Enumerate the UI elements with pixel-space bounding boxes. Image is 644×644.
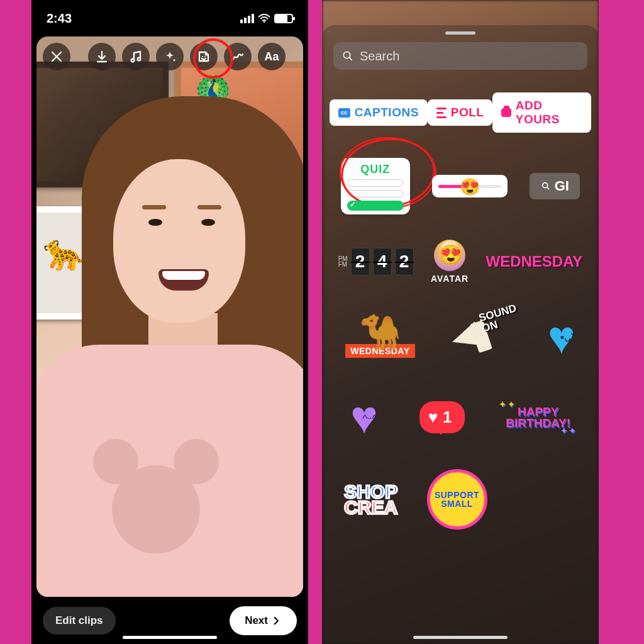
sheet-grabber[interactable] — [445, 31, 475, 35]
blue-heart-sticker[interactable]: ♥•ᴗ˘ — [548, 311, 575, 364]
svg-point-5 — [343, 52, 350, 58]
add-yours-label: ADD YOURS — [516, 99, 582, 126]
status-right — [240, 14, 293, 23]
search-placeholder: Search — [360, 49, 399, 64]
editor-toolbar: Aa — [43, 43, 297, 70]
svg-point-3 — [202, 56, 203, 57]
gif-search-sticker[interactable]: GI — [530, 173, 580, 199]
poll-label: POLL — [451, 106, 484, 119]
svg-point-4 — [204, 56, 206, 57]
next-button[interactable]: Next — [230, 606, 297, 635]
next-label: Next — [245, 614, 268, 627]
draw-button[interactable] — [224, 43, 252, 70]
avatar-label: AVATAR — [431, 274, 469, 284]
like-count-sticker[interactable]: ♥ 1 — [419, 401, 465, 433]
quiz-label: QUIZ — [347, 163, 404, 176]
purple-heart-sticker[interactable]: ♥^ᵕ^ — [350, 391, 378, 444]
wink-face-icon: •ᴗ˘ — [560, 331, 575, 345]
download-button[interactable] — [88, 43, 116, 70]
poll-icon — [436, 108, 447, 118]
svg-point-0 — [264, 21, 265, 23]
heart-eyes-icon: 😍 — [460, 177, 480, 197]
clock-digit: 2 — [395, 248, 414, 275]
effects-button[interactable] — [156, 43, 184, 70]
music-button[interactable] — [122, 43, 150, 70]
support-small-sticker[interactable]: SUPPORTSMALL — [427, 469, 487, 530]
poll-sticker[interactable]: POLL — [428, 99, 493, 126]
ampm-label: PMFM — [338, 256, 348, 267]
svg-point-6 — [542, 183, 547, 188]
add-yours-sticker[interactable]: ADD YOURS — [492, 92, 591, 133]
humpday-sticker[interactable]: 🐪 WEDNESDAY — [345, 316, 414, 358]
story-preview: 🦚 🐆 Aa — [36, 36, 303, 597]
shop-sticker[interactable]: SHOPCREA — [344, 484, 397, 515]
captions-sticker[interactable]: cc CAPTIONS — [330, 99, 428, 126]
close-button[interactable] — [43, 43, 70, 70]
clock-digit: 4 — [373, 248, 392, 275]
wednesday-text-sticker[interactable]: WEDNESDAY — [486, 253, 583, 270]
status-bar: 2:43 — [31, 0, 308, 36]
sticker-sheet[interactable]: Search cc CAPTIONS POLL ADD YOURS QUIZ — [322, 25, 599, 644]
clock-digit: 2 — [351, 248, 370, 275]
text-button[interactable]: Aa — [258, 43, 286, 70]
wifi-icon — [258, 14, 270, 23]
sticker-row-2: QUIZ 😍 GI — [322, 150, 599, 232]
battery-icon — [274, 14, 293, 23]
svg-point-1 — [131, 59, 135, 62]
laugh-face-icon: ^ᵕ^ — [362, 412, 377, 426]
search-icon — [342, 50, 353, 62]
chevron-right-icon — [270, 615, 282, 626]
sticker-search-input[interactable]: Search — [333, 42, 587, 70]
gif-label: GI — [555, 178, 569, 194]
sticker-row-6: SHOPCREA SUPPORTSMALL — [322, 462, 599, 530]
status-time: 2:43 — [47, 11, 72, 26]
svg-point-2 — [138, 58, 141, 61]
sticker-row-4: 🐪 WEDNESDAY SOUNDON ♥•ᴗ˘ — [322, 301, 599, 383]
quiz-sticker[interactable]: QUIZ — [341, 158, 410, 214]
like-count: 1 — [443, 408, 452, 427]
heart-icon: ♥ — [428, 408, 438, 427]
captions-label: CAPTIONS — [355, 106, 419, 119]
cc-icon: cc — [338, 108, 350, 118]
person-face — [113, 159, 245, 323]
story-editor-screen: 2:43 🦚 🐆 — [31, 0, 308, 644]
happy-birthday-sticker[interactable]: HAPPYBIRTHDAY! — [506, 406, 570, 429]
avatar-sticker[interactable]: AVATAR — [431, 240, 469, 284]
sound-on-sticker[interactable]: SOUNDON — [447, 309, 516, 365]
sound-on-label: SOUNDON — [477, 303, 520, 334]
sticker-button[interactable] — [190, 43, 218, 70]
home-indicator — [413, 636, 508, 639]
sticker-picker-screen: Search cc CAPTIONS POLL ADD YOURS QUIZ — [322, 0, 599, 644]
sticker-row-chips: cc CAPTIONS POLL ADD YOURS — [322, 85, 599, 150]
camel-icon: 🐪 — [359, 316, 401, 347]
edit-clips-button[interactable]: Edit clips — [43, 607, 116, 635]
cheetah-art: 🐆 — [43, 231, 87, 273]
clock-sticker[interactable]: PMFM 2 4 2 — [338, 248, 414, 275]
sticker-row-3: PMFM 2 4 2 AVATAR WEDNESDAY — [322, 232, 599, 301]
cellular-icon — [240, 14, 254, 23]
sticker-row-5: ♥^ᵕ^ ♥ 1 HAPPYBIRTHDAY! — [322, 383, 599, 462]
camera-icon — [501, 108, 511, 117]
search-icon — [541, 181, 551, 191]
emoji-slider-sticker[interactable]: 😍 — [432, 175, 508, 197]
home-indicator — [123, 636, 217, 639]
avatar-image — [434, 240, 465, 271]
